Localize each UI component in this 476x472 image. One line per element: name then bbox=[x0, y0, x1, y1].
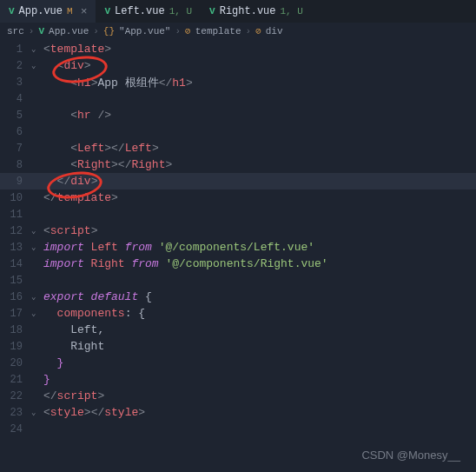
code-line[interactable]: 8 <Right></Right> bbox=[0, 156, 476, 173]
code-line[interactable]: 16⌄export default { bbox=[0, 289, 476, 305]
code-line[interactable]: 9 </div> bbox=[0, 173, 476, 189]
code-line[interactable]: 12⌄<script> bbox=[0, 223, 476, 239]
code-line[interactable]: 15 bbox=[0, 272, 476, 289]
line-number: 23 bbox=[0, 407, 31, 419]
fold-icon[interactable]: ⌄ bbox=[31, 44, 43, 54]
line-number: 7 bbox=[0, 143, 31, 155]
line-number: 1 bbox=[0, 43, 31, 56]
code-line[interactable]: 6 bbox=[0, 123, 476, 140]
line-number: 6 bbox=[0, 126, 31, 138]
close-icon[interactable]: × bbox=[81, 5, 88, 18]
line-number: 19 bbox=[0, 341, 31, 353]
code-line[interactable]: 7 <Left></Left> bbox=[0, 140, 476, 156]
code-line[interactable]: 13⌄import Left from '@/components/Left.v… bbox=[0, 239, 476, 256]
tab-right-vue[interactable]: V Right.vue 1, U bbox=[201, 0, 312, 23]
code-line[interactable]: 22</script> bbox=[0, 388, 476, 404]
code-line[interactable]: 5 <hr /> bbox=[0, 107, 476, 123]
code-line[interactable]: 24 bbox=[0, 421, 476, 437]
line-number: 20 bbox=[0, 357, 31, 369]
tab-left-vue[interactable]: V Left.vue 1, U bbox=[96, 0, 201, 23]
tab-label: Left.vue bbox=[115, 5, 165, 17]
line-number: 24 bbox=[0, 423, 31, 435]
code-line[interactable]: 4 bbox=[0, 90, 476, 107]
untracked-badge: 1, U bbox=[281, 6, 303, 17]
code-line[interactable]: 2⌄ <div> bbox=[0, 57, 476, 74]
line-number: 22 bbox=[0, 390, 31, 402]
line-number: 14 bbox=[0, 258, 31, 270]
chevron-right-icon: › bbox=[175, 26, 181, 37]
braces-icon: {} bbox=[103, 26, 115, 37]
crumb-element[interactable]: template bbox=[195, 26, 241, 37]
code-line[interactable]: 19 Right bbox=[0, 338, 476, 355]
untracked-badge: 1, U bbox=[169, 6, 192, 17]
crumb-file[interactable]: App.vue bbox=[49, 26, 89, 37]
tab-label: Right.vue bbox=[220, 5, 276, 17]
line-number: 16 bbox=[0, 291, 31, 303]
tag-icon: ⊘ bbox=[185, 25, 191, 37]
chevron-right-icon: › bbox=[246, 26, 252, 37]
line-number: 10 bbox=[0, 192, 31, 204]
line-number: 9 bbox=[0, 176, 31, 188]
line-number: 17 bbox=[0, 308, 31, 320]
code-line[interactable]: 14import Right from '@/components/Right.… bbox=[0, 256, 476, 272]
vue-icon: V bbox=[209, 6, 215, 17]
code-line[interactable]: 20 } bbox=[0, 355, 476, 371]
tab-bar: V App.vue M × V Left.vue 1, U V Right.vu… bbox=[0, 0, 476, 23]
line-number: 18 bbox=[0, 324, 31, 336]
tab-app-vue[interactable]: V App.vue M × bbox=[0, 0, 96, 23]
code-line[interactable]: 10</template> bbox=[0, 189, 476, 206]
code-line[interactable]: 18 Left, bbox=[0, 322, 476, 338]
line-number: 2 bbox=[0, 60, 31, 72]
code-line[interactable]: 11 bbox=[0, 206, 476, 223]
crumb-scope[interactable]: "App.vue" bbox=[119, 26, 170, 37]
vue-icon: V bbox=[38, 26, 44, 37]
code-line[interactable]: 1⌄<template> bbox=[0, 41, 476, 57]
watermark: CSDN @Monesy__ bbox=[361, 449, 460, 462]
line-number: 12 bbox=[0, 225, 31, 237]
line-number: 21 bbox=[0, 374, 31, 386]
code-line[interactable]: 17⌄ components: { bbox=[0, 305, 476, 322]
breadcrumb[interactable]: src › V App.vue › {} "App.vue" › ⊘ templ… bbox=[0, 23, 476, 39]
line-number: 11 bbox=[0, 209, 31, 221]
line-number: 4 bbox=[0, 93, 31, 105]
fold-icon[interactable]: ⌄ bbox=[31, 61, 43, 70]
fold-icon[interactable]: ⌄ bbox=[31, 309, 43, 318]
tag-icon: ⊘ bbox=[255, 25, 261, 37]
chevron-right-icon: › bbox=[93, 26, 99, 37]
crumb-element[interactable]: div bbox=[266, 26, 283, 37]
fold-icon[interactable]: ⌄ bbox=[31, 226, 43, 236]
fold-icon[interactable]: ⌄ bbox=[31, 292, 43, 302]
line-number: 5 bbox=[0, 110, 31, 122]
code-line[interactable]: 3 <h1>App 根组件</h1> bbox=[0, 74, 476, 90]
chevron-right-icon: › bbox=[29, 26, 35, 37]
line-number: 13 bbox=[0, 242, 31, 254]
line-number: 3 bbox=[0, 76, 31, 89]
line-number: 15 bbox=[0, 275, 31, 287]
fold-icon[interactable]: ⌄ bbox=[31, 408, 43, 417]
modified-badge: M bbox=[67, 6, 73, 17]
line-number: 8 bbox=[0, 159, 31, 171]
tab-label: App.vue bbox=[19, 5, 63, 17]
vue-icon: V bbox=[104, 6, 110, 17]
code-line[interactable]: 23⌄<style></style> bbox=[0, 404, 476, 421]
code-editor[interactable]: 1⌄<template> 2⌄ <div> 3 <h1>App 根组件</h1>… bbox=[0, 39, 476, 439]
code-line[interactable]: 21} bbox=[0, 371, 476, 388]
vue-icon: V bbox=[9, 6, 15, 17]
crumb-folder[interactable]: src bbox=[7, 26, 24, 37]
fold-icon[interactable]: ⌄ bbox=[31, 243, 43, 252]
